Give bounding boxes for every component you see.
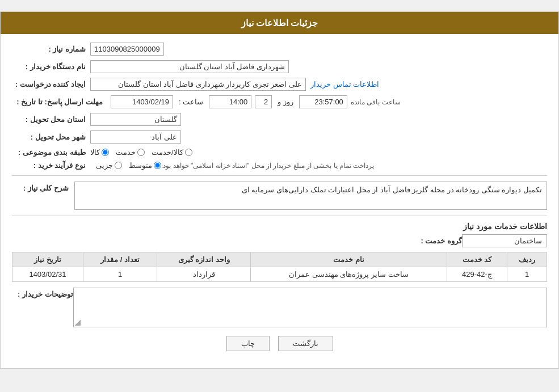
time-label: ساعت : <box>179 98 203 106</box>
deadline-label: مهلت ارسال پاسخ: تا تاریخ : <box>12 98 103 106</box>
days-and-label: روز و <box>278 98 293 106</box>
category-option-khedmat[interactable]: خدمت <box>116 148 145 157</box>
deadline-date: 1403/02/19 <box>111 95 173 108</box>
col-header-date: تاریخ نیاز <box>12 252 83 267</box>
cell-code: ج-42-429 <box>447 267 507 282</box>
services-section-title: اطلاعات خدمات مورد نیاز <box>12 222 547 231</box>
category-option-kala[interactable]: کالا <box>90 148 109 157</box>
resize-handle[interactable] <box>75 320 81 326</box>
deadline-days: 2 <box>255 95 272 108</box>
creator-value: علی اصغر تجری کاربردار شهرداری فاضل آباد… <box>90 78 306 91</box>
service-group-label: گروه خدمت : <box>417 237 462 245</box>
general-description-label: شرح کلی نیاز : <box>12 182 69 192</box>
request-number-value: 1103090825000009 <box>90 43 164 56</box>
category-label-kala: کالا <box>90 148 100 157</box>
remaining-label: ساعت باقی مانده <box>351 98 401 106</box>
divider-1 <box>12 175 547 176</box>
cell-name: ساخت سایر پروژه‌های مهندسی عمران <box>250 267 447 282</box>
cell-row: 1 <box>507 267 547 282</box>
process-radio-motavasset[interactable] <box>154 162 161 169</box>
service-group-value: ساختمان <box>462 234 547 247</box>
back-button[interactable]: بازگشت <box>278 336 333 351</box>
buyer-org-value: شهرداری فاضل آباد استان گلستان <box>90 60 289 73</box>
col-header-unit: واحد اندازه گیری <box>157 252 251 267</box>
contact-info-link[interactable]: اطلاعات تماس خریدار <box>310 80 379 88</box>
category-radio-kala[interactable] <box>102 149 109 156</box>
category-radio-khedmat[interactable] <box>137 149 145 156</box>
service-group-row: ساختمان گروه خدمت : <box>12 234 547 247</box>
process-option-motavasset[interactable]: متوسط <box>129 161 161 170</box>
col-header-row: ردیف <box>507 252 547 267</box>
delivery-province-value: گلستان <box>90 113 181 126</box>
delivery-province-label: استان محل تحویل : <box>12 115 86 124</box>
category-option-kala-khedmat[interactable]: کالا/خدمت <box>152 148 192 157</box>
page-title: جزئیات اطلاعات نیاز <box>1 12 558 34</box>
cell-date: 1403/02/31 <box>12 267 83 282</box>
category-radio-group: کالا/خدمت خدمت کالا <box>90 148 192 157</box>
delivery-city-label: شهر محل تحویل : <box>12 133 86 141</box>
buyer-notes-row: توضیحات خریدار : <box>12 288 547 327</box>
remaining-time: 23:57:00 <box>299 95 347 108</box>
divider-2 <box>12 216 547 216</box>
general-description-value: تکمیل دیواره سنگی رودخانه در محله گلریز … <box>74 182 547 210</box>
col-header-code: کد خدمت <box>447 252 507 267</box>
delivery-city-value: علی آباد <box>90 130 181 144</box>
process-label-motavasset: متوسط <box>129 161 152 170</box>
print-button[interactable]: چاپ <box>226 336 270 351</box>
service-table: ردیف کد خدمت نام خدمت واحد اندازه گیری ت… <box>12 252 547 282</box>
deadline-time: 14:00 <box>209 95 251 108</box>
col-header-qty: تعداد / مقدار <box>83 252 157 267</box>
category-label-khedmat: خدمت <box>116 148 136 157</box>
request-number-label: شماره نیاز : <box>12 45 86 53</box>
process-description: پرداخت تمام یا بخشی از مبلغ خریدار از مح… <box>161 162 374 170</box>
process-label-jozii: جزیی <box>96 161 113 170</box>
cell-unit: قرارداد <box>157 267 251 282</box>
cell-qty: 1 <box>83 267 157 282</box>
category-label-kala-khedmat: کالا/خدمت <box>152 148 183 157</box>
process-radio-group: متوسط جزیی <box>96 161 161 170</box>
process-radio-jozii[interactable] <box>115 162 122 169</box>
process-type-label: نوع فرآیند خرید : <box>12 161 86 170</box>
table-row: 1 ج-42-429 ساخت سایر پروژه‌های مهندسی عم… <box>12 267 547 282</box>
category-label: طبقه بندی موضوعی : <box>12 148 86 157</box>
buyer-notes-box <box>73 288 547 327</box>
category-radio-kala-khedmat[interactable] <box>185 149 192 156</box>
buyer-org-label: نام دستگاه خریدار : <box>12 62 86 71</box>
process-option-jozii[interactable]: جزیی <box>96 161 122 170</box>
buttons-row: بازگشت چاپ <box>12 336 547 360</box>
creator-label: ایجاد کننده درخواست : <box>12 80 86 88</box>
buyer-notes-label: توضیحات خریدار : <box>18 288 73 298</box>
col-header-name: نام خدمت <box>250 252 447 267</box>
